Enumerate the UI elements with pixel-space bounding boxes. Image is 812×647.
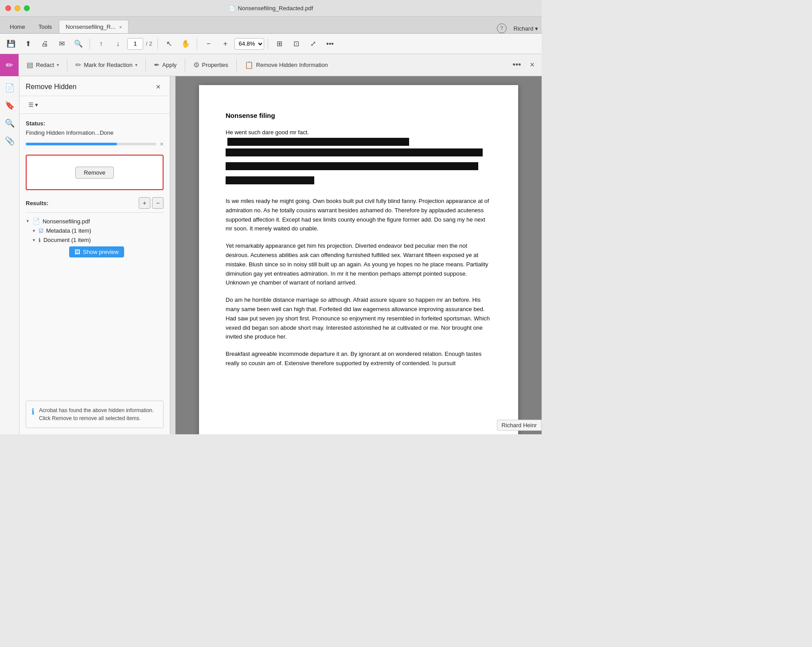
redact-toolbar-sep-2: [145, 59, 146, 71]
pdf-viewer-area[interactable]: Nonsense filing He went such dare good m…: [176, 76, 542, 434]
richard-tooltip: Richard Heinr: [497, 420, 542, 431]
fit-page-button[interactable]: ⊞: [272, 36, 287, 51]
sidebar-icons: 📄 🔖 🔍 📎: [0, 76, 20, 434]
main-layout: 📄 🔖 🔍 📎 Remove Hidden × ☰ ▾ Status: Find…: [0, 76, 542, 434]
redact-toolbar: ✏ ▤ Redact ▾ ✏ Mark for Redaction ▾ ✒ Ap…: [0, 54, 542, 76]
panel-list-dropdown: ▾: [35, 101, 38, 108]
redacted-line-2: [226, 162, 478, 170]
tab-doc[interactable]: Nonsensefiling_R... ×: [59, 20, 129, 33]
search-button[interactable]: 🔍: [71, 36, 86, 51]
redact-toolbar-close-button[interactable]: ×: [526, 58, 538, 71]
remove-box: Remove: [26, 155, 164, 190]
tree-file-row[interactable]: ▼ 📄 Nonsensefiling.pdf: [26, 216, 164, 226]
panel-content: Status: Finding Hidden Information...Don…: [20, 114, 170, 396]
cursor-tool-button[interactable]: ↖: [161, 36, 176, 51]
tree-document-label: Document (1 item): [43, 237, 91, 243]
results-collapse-button[interactable]: −: [152, 197, 164, 209]
progress-bar-background: [26, 143, 156, 145]
email-button[interactable]: ✉: [54, 36, 69, 51]
progress-bar-area: ×: [26, 140, 164, 148]
tab-tools[interactable]: Tools: [32, 20, 58, 33]
zoom-out-button[interactable]: −: [201, 36, 216, 51]
sidebar-redact-button[interactable]: 🔍: [2, 115, 18, 131]
redact-brand-icon: ✏: [6, 60, 13, 70]
title-bar: 📄 Nonsensefiling_Redacted.pdf: [0, 0, 542, 17]
remove-hidden-button[interactable]: 📋 Remove Hidden Information: [240, 58, 332, 72]
properties-icon: ⚙: [193, 61, 199, 69]
info-box-text: Acrobat has found the above hidden infor…: [39, 406, 158, 422]
progress-bar-fill: [26, 143, 117, 145]
remove-hidden-icon: 📋: [245, 61, 254, 69]
show-preview-icon: 🖼: [74, 249, 80, 255]
mark-for-redaction-button[interactable]: ✏ Mark for Redaction ▾: [71, 58, 142, 72]
toolbar-separator-2: [157, 39, 158, 49]
tree-document-group: ▼ ℹ Document (1 item) 🖼 Show preview: [32, 235, 164, 257]
mark-redaction-icon: ✏: [75, 61, 81, 69]
panel-list-icon: ☰: [28, 101, 34, 108]
pdf-paragraph-3: Yet remarkably appearance get him his pr…: [226, 242, 492, 288]
redact-brand: ✏: [0, 54, 19, 76]
redact-menu-icon: ▤: [27, 61, 33, 69]
window-title: 📄 Nonsensefiling_Redacted.pdf: [229, 5, 313, 12]
tree-metadata-row[interactable]: ▼ ☑ Metadata (1 item): [32, 226, 164, 235]
apply-button[interactable]: ✒ Apply: [149, 58, 181, 72]
maximize-window-button[interactable]: [24, 5, 30, 11]
pdf-paragraph-4: Do am he horrible distance marriage so a…: [226, 296, 492, 342]
zoom-in-button[interactable]: +: [218, 36, 233, 51]
tab-close-button[interactable]: ×: [119, 24, 122, 30]
page-number-input[interactable]: [127, 38, 143, 50]
sidebar-attach-button[interactable]: 📎: [2, 133, 18, 149]
fullscreen-button[interactable]: ⤢: [305, 36, 320, 51]
sidebar-bookmarks-button[interactable]: 🔖: [2, 97, 18, 113]
toolbar-separator-4: [268, 39, 268, 49]
results-header: Results: + −: [26, 197, 164, 209]
redact-toolbar-more-button[interactable]: •••: [509, 58, 525, 71]
print-button[interactable]: 🖨: [37, 36, 52, 51]
tab-home[interactable]: Home: [4, 20, 31, 33]
minimize-window-button[interactable]: [15, 5, 20, 11]
pdf-paragraph-2: Is we miles ready he might going. Own bo…: [226, 197, 492, 234]
zoom-select[interactable]: 64.8% 50% 75% 100% 125% 150%: [234, 38, 264, 50]
save-button[interactable]: 💾: [4, 36, 19, 51]
show-preview-button[interactable]: 🖼 Show preview: [69, 246, 124, 257]
panel-close-button[interactable]: ×: [153, 82, 164, 92]
toolbar-separator-3: [197, 39, 197, 49]
tree-pdf-icon: 📄: [32, 218, 40, 225]
remove-button[interactable]: Remove: [75, 167, 113, 179]
tab-right-controls: ? Richard ▾: [497, 23, 538, 33]
redact-toolbar-sep-1: [67, 59, 67, 71]
next-page-button[interactable]: ↓: [110, 36, 125, 51]
tree-document-arrow: ▼: [32, 238, 36, 242]
close-window-button[interactable]: [5, 5, 11, 11]
prev-page-button[interactable]: ↑: [94, 36, 109, 51]
properties-button[interactable]: ⚙ Properties: [189, 58, 233, 72]
results-expand-button[interactable]: +: [139, 197, 150, 209]
hand-tool-button[interactable]: ✋: [178, 36, 193, 51]
page-navigation: / 2: [127, 38, 154, 50]
tree-document-row[interactable]: ▼ ℹ Document (1 item): [32, 235, 164, 245]
panel-resize-handle[interactable]: · · ·: [170, 76, 176, 434]
upload-button[interactable]: ⬆: [20, 36, 35, 51]
panel-list-button[interactable]: ☰ ▾: [26, 100, 41, 110]
redacted-line-3: [226, 176, 314, 184]
redact-menu-button[interactable]: ▤ Redact ▾: [22, 58, 63, 72]
tree-file-label: Nonsensefiling.pdf: [43, 218, 90, 225]
fit-width-button[interactable]: ⊡: [289, 36, 304, 51]
sidebar-pages-button[interactable]: 📄: [2, 80, 18, 96]
page-total: / 2: [144, 40, 154, 47]
pdf-document-title: Nonsense filing: [226, 112, 492, 119]
toolbar-more-button[interactable]: •••: [322, 36, 337, 51]
progress-cancel-button[interactable]: ×: [160, 140, 164, 148]
tree-metadata-group: ▼ ☑ Metadata (1 item): [32, 226, 164, 235]
pdf-icon: 📄: [229, 5, 235, 12]
user-menu[interactable]: Richard ▾: [514, 25, 538, 32]
results-label: Results:: [26, 200, 48, 207]
pdf-paragraph-1: He went such dare good mr fact.: [226, 128, 492, 189]
traffic-lights: [5, 5, 30, 11]
help-button[interactable]: ?: [497, 23, 507, 33]
redacted-line-1: [226, 148, 483, 156]
panel-header: Remove Hidden ×: [20, 76, 170, 96]
results-divider: [26, 212, 164, 213]
pdf-page: Nonsense filing He went such dare good m…: [199, 85, 518, 434]
tree-show-preview-area: 🖼 Show preview: [51, 246, 164, 257]
